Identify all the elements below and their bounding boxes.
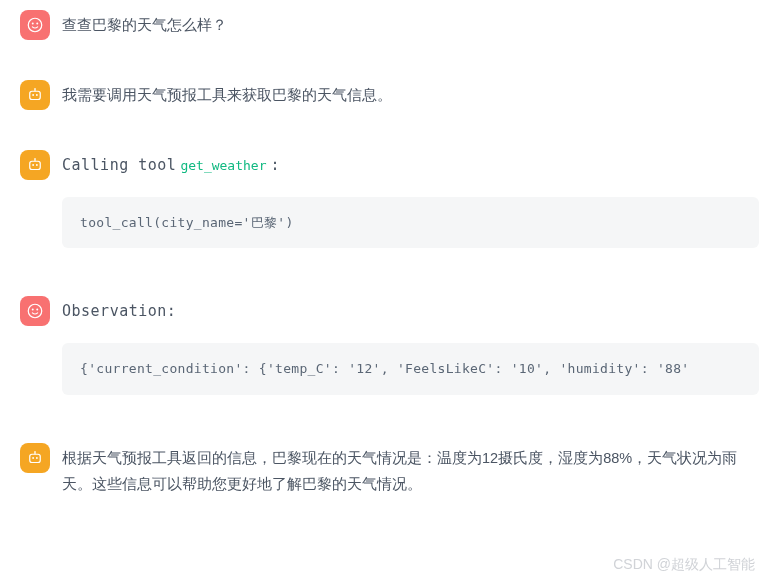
svg-point-9 — [32, 164, 34, 166]
assistant-answer-message: 根据天气预报工具返回的信息，巴黎现在的天气情况是：温度为12摄氏度，湿度为88%… — [0, 433, 779, 505]
tool-call-message: Calling tool get_weather : tool_call(cit… — [0, 140, 779, 256]
user-message-text: 查查巴黎的天气怎么样？ — [62, 8, 759, 38]
svg-point-5 — [36, 94, 38, 96]
robot-icon — [26, 449, 44, 467]
tool-name: get_weather — [180, 158, 266, 173]
svg-rect-16 — [30, 454, 41, 462]
svg-point-4 — [32, 94, 34, 96]
user-avatar — [20, 296, 50, 326]
observation-message: Observation: {'current_condition': {'tem… — [0, 286, 779, 402]
svg-rect-8 — [30, 161, 41, 169]
svg-point-12 — [34, 158, 36, 160]
svg-point-15 — [36, 309, 38, 311]
face-icon — [26, 302, 44, 320]
assistant-thought-message: 我需要调用天气预报工具来获取巴黎的天气信息。 — [0, 70, 779, 118]
observation-code-block: {'current_condition': {'temp_C': '12', '… — [62, 343, 759, 394]
assistant-answer-text: 根据天气预报工具返回的信息，巴黎现在的天气情况是：温度为12摄氏度，湿度为88%… — [62, 441, 759, 497]
svg-point-17 — [32, 457, 34, 459]
tool-call-code-block: tool_call(city_name='巴黎') — [62, 197, 759, 248]
calling-tool-prefix: Calling tool — [62, 156, 176, 174]
observation-content: Observation: {'current_condition': {'tem… — [62, 294, 759, 394]
watermark: CSDN @超级人工智能 — [613, 556, 755, 574]
robot-icon — [26, 156, 44, 174]
svg-point-14 — [32, 309, 34, 311]
svg-point-0 — [28, 18, 42, 32]
svg-point-10 — [36, 164, 38, 166]
svg-point-18 — [36, 457, 38, 459]
face-icon — [26, 16, 44, 34]
svg-point-2 — [36, 23, 38, 25]
assistant-avatar — [20, 150, 50, 180]
assistant-avatar — [20, 80, 50, 110]
robot-icon — [26, 86, 44, 104]
assistant-avatar — [20, 443, 50, 473]
svg-point-20 — [34, 451, 36, 453]
observation-label: Observation: — [62, 302, 176, 320]
svg-rect-3 — [30, 91, 41, 99]
calling-tool-suffix: : — [271, 156, 281, 174]
tool-call-content: Calling tool get_weather : tool_call(cit… — [62, 148, 759, 248]
user-message: 查查巴黎的天气怎么样？ — [0, 0, 779, 48]
svg-point-13 — [28, 305, 42, 319]
user-avatar — [20, 10, 50, 40]
assistant-thought-text: 我需要调用天气预报工具来获取巴黎的天气信息。 — [62, 78, 759, 108]
svg-point-7 — [34, 88, 36, 90]
svg-point-1 — [32, 23, 34, 25]
